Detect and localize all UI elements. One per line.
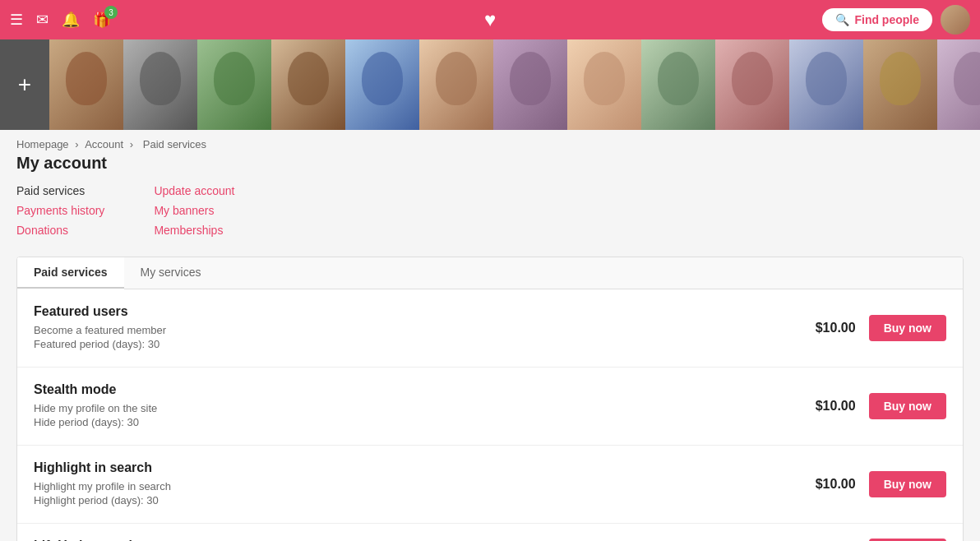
add-photo-cell[interactable]: +	[0, 39, 49, 130]
plus-icon: +	[18, 72, 31, 98]
breadcrumb-account[interactable]: Account	[85, 138, 123, 150]
buy-button-stealth-mode[interactable]: Buy now	[869, 393, 946, 419]
photo-cell-7[interactable]	[493, 39, 567, 130]
page-title: My account	[16, 154, 964, 173]
buy-button-featured-users[interactable]: Buy now	[869, 315, 946, 341]
bell-icon[interactable]: 🔔	[62, 11, 80, 29]
photo-cell-1[interactable]	[49, 39, 123, 130]
find-people-label: Find people	[854, 13, 919, 26]
service-card-lift-up: Lift Up in search $10.00 Buy now	[17, 524, 963, 541]
service-info-featured-users: Featured users Become a featured member …	[34, 304, 799, 352]
service-card-featured-users: Featured users Become a featured member …	[17, 289, 963, 368]
service-price-stealth-mode: $10.00	[816, 399, 856, 414]
photo-cell-10[interactable]	[715, 39, 789, 130]
service-desc-featured-users: Become a featured member	[34, 324, 799, 336]
service-right-stealth-mode: $10.00 Buy now	[816, 393, 946, 419]
tab-body: Featured users Become a featured member …	[17, 289, 963, 541]
tab-paid-services[interactable]: Paid services	[17, 257, 124, 289]
service-title-stealth-mode: Stealth mode	[34, 382, 799, 397]
hamburger-icon[interactable]: ☰	[10, 11, 23, 29]
photo-cell-12[interactable]	[863, 39, 937, 130]
link-update-account[interactable]: Update account	[154, 184, 234, 197]
service-desc-highlight-in-search: Highlight my profile in search	[34, 480, 799, 492]
service-right-highlight-in-search: $10.00 Buy now	[816, 471, 946, 497]
service-desc-stealth-mode: Hide my profile on the site	[34, 402, 799, 414]
link-memberships[interactable]: Memberships	[154, 224, 234, 237]
avatar[interactable]	[941, 5, 970, 35]
photo-cell-9[interactable]	[641, 39, 715, 130]
photo-cell-5[interactable]	[345, 39, 419, 130]
service-info-stealth-mode: Stealth mode Hide my profile on the site…	[34, 382, 799, 430]
notifications-badge-wrapper[interactable]: 🎁 3	[93, 11, 111, 29]
photo-cell-2[interactable]	[123, 39, 197, 130]
tab-header: Paid services My services	[17, 257, 963, 289]
breadcrumb-current: Paid services	[143, 138, 206, 150]
badge-count: 3	[104, 6, 118, 19]
account-col-1: Paid services Payments history Donations	[16, 184, 104, 237]
service-price-featured-users: $10.00	[816, 321, 856, 335]
breadcrumb-home[interactable]: Homepage	[16, 138, 69, 150]
tab-container: Paid services My services Featured users…	[16, 257, 964, 541]
account-links: Paid services Payments history Donations…	[16, 184, 964, 237]
topnav-right: 🔍 Find people	[822, 5, 970, 35]
breadcrumb-sep-2: ›	[130, 138, 136, 150]
heart-icon: ♥	[484, 8, 496, 30]
link-my-banners[interactable]: My banners	[154, 204, 234, 217]
service-period-featured-users: Featured period (days): 30	[34, 338, 799, 350]
photo-strip: +	[0, 39, 980, 130]
topnav: ☰ ✉ 🔔 🎁 3 ♥ 🔍 Find people	[0, 0, 980, 39]
find-people-button[interactable]: 🔍 Find people	[822, 8, 932, 31]
topnav-left: ☰ ✉ 🔔 🎁 3	[10, 11, 111, 29]
account-col-2: Update account My banners Memberships	[154, 184, 234, 237]
service-period-stealth-mode: Hide period (days): 30	[34, 416, 799, 428]
service-title-featured-users: Featured users	[34, 304, 799, 319]
breadcrumb: Homepage › Account › Paid services	[0, 130, 980, 154]
link-paid-services[interactable]: Paid services	[16, 184, 104, 197]
tab-my-services[interactable]: My services	[124, 257, 218, 289]
service-right-featured-users: $10.00 Buy now	[816, 315, 946, 341]
avatar-image	[941, 5, 970, 35]
email-icon[interactable]: ✉	[36, 11, 49, 29]
photo-cell-8[interactable]	[567, 39, 641, 130]
main-content: My account Paid services Payments histor…	[0, 154, 980, 541]
search-icon: 🔍	[835, 13, 849, 26]
photo-cell-6[interactable]	[419, 39, 493, 130]
link-payments-history[interactable]: Payments history	[16, 204, 104, 217]
breadcrumb-sep-1: ›	[75, 138, 81, 150]
service-period-highlight-in-search: Highlight period (days): 30	[34, 494, 799, 506]
photo-cell-4[interactable]	[271, 39, 345, 130]
photo-cell-13[interactable]	[937, 39, 980, 130]
topnav-center: ♥	[484, 8, 496, 31]
service-card-stealth-mode: Stealth mode Hide my profile on the site…	[17, 368, 963, 446]
service-info-highlight-in-search: Highlight in search Highlight my profile…	[34, 460, 799, 508]
service-title-highlight-in-search: Highlight in search	[34, 460, 799, 475]
photo-cell-11[interactable]	[789, 39, 863, 130]
buy-button-highlight-in-search[interactable]: Buy now	[869, 471, 946, 497]
link-donations[interactable]: Donations	[16, 224, 104, 237]
service-price-highlight-in-search: $10.00	[816, 477, 856, 492]
service-card-highlight-in-search: Highlight in search Highlight my profile…	[17, 446, 963, 524]
photo-cell-3[interactable]	[197, 39, 271, 130]
